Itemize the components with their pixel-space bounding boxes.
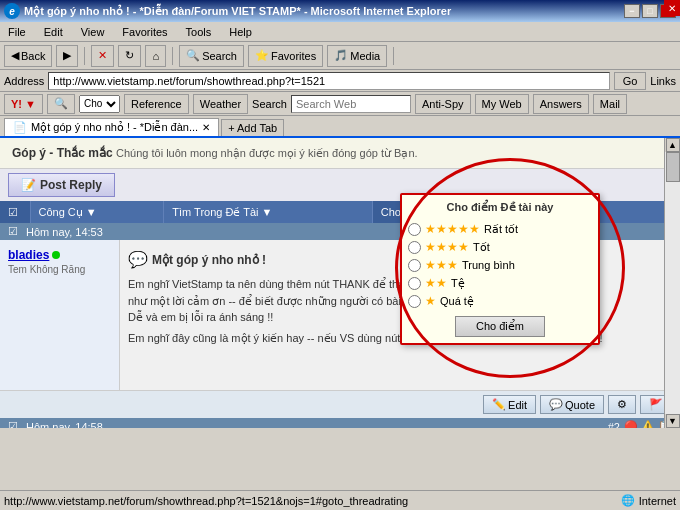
scrollbar[interactable]: ▲ ▼ xyxy=(664,138,680,428)
rating-popup-title: Cho điểm Đề tài này xyxy=(408,201,592,214)
weather-button[interactable]: Weather xyxy=(193,94,248,114)
post1-actions: ✏️ Edit 💬 Quote ⚙ 🚩 xyxy=(0,390,680,418)
yahoo-button[interactable]: Y! ▼ xyxy=(4,94,43,114)
tab-label: Một góp ý nho nhỏ ! - *Diễn đàn... xyxy=(31,121,198,134)
speech-bubble-icon: 💬 xyxy=(128,248,148,272)
window-title: Một góp ý nho nhỏ ! - *Diễn đàn/Forum VI… xyxy=(24,5,451,18)
rating-label-5: Quá tệ xyxy=(440,295,474,308)
search-scope-select[interactable]: Cho xyxy=(79,95,120,113)
add-tab-button[interactable]: + Add Tab xyxy=(221,119,284,136)
extra-button[interactable]: ⚙ xyxy=(608,395,636,414)
edit-icon: ✏️ xyxy=(492,398,506,411)
rating-radio-1[interactable] xyxy=(408,223,421,236)
reference-button[interactable]: Reference xyxy=(124,94,189,114)
maximize-button[interactable]: □ xyxy=(642,4,658,18)
rating-option-4[interactable]: ★★ Tệ xyxy=(408,274,592,292)
zone-label: Internet xyxy=(639,495,676,507)
answers-button[interactable]: Answers xyxy=(533,94,589,114)
rating-radio-4[interactable] xyxy=(408,277,421,290)
address-bar: Address Go Links xyxy=(0,70,680,92)
scroll-down-button[interactable]: ▼ xyxy=(666,414,680,428)
menu-favorites[interactable]: Favorites xyxy=(118,24,171,40)
links-label: Links xyxy=(650,75,676,87)
rating-radio-2[interactable] xyxy=(408,241,421,254)
forward-button[interactable]: ▶ xyxy=(56,45,78,67)
post-reply-button[interactable]: 📝 Post Reply xyxy=(8,173,115,197)
post2-date: Hôm nay, 14:58 xyxy=(26,421,103,429)
antispyware-button[interactable]: Anti-Spy xyxy=(415,94,471,114)
rating-label-1: Rất tốt xyxy=(484,223,518,236)
myweb-button[interactable]: My Web xyxy=(475,94,529,114)
scroll-up-button[interactable]: ▲ xyxy=(666,138,680,152)
menu-bar: File Edit View Favorites Tools Help xyxy=(0,22,680,42)
rating-label-4: Tệ xyxy=(451,277,465,290)
forum-description: Chúng tôi luôn mong nhận được mọi ý kiến… xyxy=(116,147,418,159)
close-ie-button[interactable]: ✕ xyxy=(664,0,680,16)
menu-file[interactable]: File xyxy=(4,24,30,40)
post1-user-panel: bladies Tem Không Răng xyxy=(0,240,120,390)
rating-label-3: Trung bình xyxy=(462,259,515,271)
yahoo-search-btn[interactable]: 🔍 xyxy=(47,94,75,114)
favorites-button[interactable]: ⭐ Favorites xyxy=(248,45,323,67)
post2-check: ☑ xyxy=(8,420,18,428)
rating-option-5[interactable]: ★ Quá tệ xyxy=(408,292,592,310)
rating-label-2: Tốt xyxy=(473,241,490,254)
post1-username[interactable]: bladies xyxy=(8,248,49,262)
post-reply-label: Post Reply xyxy=(40,178,102,192)
tab-close-icon[interactable]: ✕ xyxy=(202,122,210,133)
stars-5: ★ xyxy=(425,294,436,308)
weather-search-label: Search xyxy=(252,98,287,110)
stars-3: ★★★ xyxy=(425,258,458,272)
stars-4: ★★ xyxy=(425,276,447,290)
search-button[interactable]: 🔍 Search xyxy=(179,45,244,67)
minimize-button[interactable]: − xyxy=(624,4,640,18)
scroll-track xyxy=(665,152,680,414)
menu-view[interactable]: View xyxy=(77,24,109,40)
quote-button[interactable]: 💬 Quote xyxy=(540,395,604,414)
globe-icon: 🌐 xyxy=(621,494,635,507)
rating-radio-5[interactable] xyxy=(408,295,421,308)
status-url: http://www.vietstamp.net/forum/showthrea… xyxy=(4,495,617,507)
menu-edit[interactable]: Edit xyxy=(40,24,67,40)
toolbar-separator xyxy=(84,47,85,65)
status-zone: 🌐 Internet xyxy=(621,494,676,507)
home-button[interactable]: ⌂ xyxy=(145,45,166,67)
rating-submit-button[interactable]: Cho điểm xyxy=(455,316,545,337)
scroll-thumb[interactable] xyxy=(666,152,680,182)
address-input[interactable] xyxy=(48,72,609,90)
edit-button[interactable]: ✏️ Edit xyxy=(483,395,536,414)
post1-date: Hôm nay, 14:53 xyxy=(26,226,103,238)
go-button[interactable]: Go xyxy=(614,72,647,90)
main-toolbar: ◀ Back ▶ ✕ ↻ ⌂ 🔍 Search ⭐ Favorites 🎵 Me… xyxy=(0,42,680,70)
th-check: ☑ xyxy=(0,201,30,223)
th-search[interactable]: Tìm Trong Đề Tài ▼ xyxy=(164,201,372,223)
yahoo-toolbar: Y! ▼ 🔍 Cho Reference Weather Search Anti… xyxy=(0,92,680,116)
rating-option-3[interactable]: ★★★ Trung bình xyxy=(408,256,592,274)
content-area: Góp ý - Thắc mắc Chúng tôi luôn mong nhậ… xyxy=(0,138,680,428)
address-label: Address xyxy=(4,75,44,87)
rating-radio-3[interactable] xyxy=(408,259,421,272)
refresh-button[interactable]: ↻ xyxy=(118,45,141,67)
tab-bar: 📄 Một góp ý nho nhỏ ! - *Diễn đàn... ✕ +… xyxy=(0,116,680,138)
post2-number: #2 xyxy=(608,421,620,429)
stars-1: ★★★★★ xyxy=(425,222,480,236)
online-indicator xyxy=(52,251,60,259)
post1-check-icon: ☑ xyxy=(8,225,18,238)
rating-option-2[interactable]: ★★★★ Tốt xyxy=(408,238,592,256)
title-bar: e Một góp ý nho nhỏ ! - *Diễn đàn/Forum … xyxy=(0,0,680,22)
active-tab[interactable]: 📄 Một góp ý nho nhỏ ! - *Diễn đàn... ✕ xyxy=(4,118,219,136)
post2-row: ☑ Hôm nay, 14:58 #2 🔴 ⚠️ 📋 xyxy=(0,418,680,428)
media-button[interactable]: 🎵 Media xyxy=(327,45,387,67)
menu-help[interactable]: Help xyxy=(225,24,256,40)
rating-option-1[interactable]: ★★★★★ Rất tốt xyxy=(408,220,592,238)
search-input[interactable] xyxy=(291,95,411,113)
forum-title: Góp ý - Thắc mắc xyxy=(12,146,113,160)
quote-icon: 💬 xyxy=(549,398,563,411)
mail-button[interactable]: Mail xyxy=(593,94,627,114)
back-button[interactable]: ◀ Back xyxy=(4,45,52,67)
post-reply-icon: 📝 xyxy=(21,178,36,192)
menu-tools[interactable]: Tools xyxy=(182,24,216,40)
stop-button[interactable]: ✕ xyxy=(91,45,114,67)
rating-popup: Cho điểm Đề tài này ★★★★★ Rất tốt ★★★★ T… xyxy=(400,193,600,345)
ie-icon: e xyxy=(4,3,20,19)
